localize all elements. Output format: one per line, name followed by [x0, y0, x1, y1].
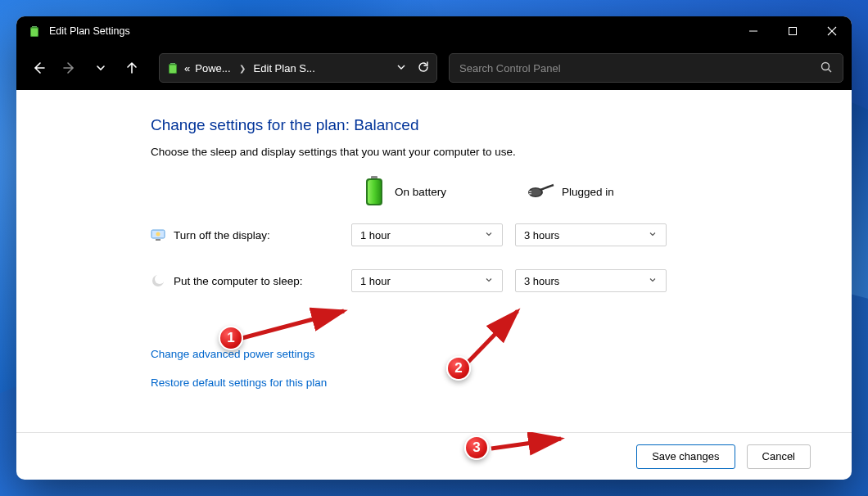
display-row: Turn off the display: 1 hour 3 hours — [151, 223, 852, 246]
svg-rect-9 — [170, 65, 176, 74]
svg-point-23 — [155, 274, 165, 284]
cancel-button[interactable]: Cancel — [747, 444, 811, 469]
annotation-badge-2: 2 — [446, 356, 471, 381]
sleep-plugged-dropdown[interactable]: 3 hours — [515, 269, 667, 292]
search-icon[interactable] — [820, 61, 833, 76]
maximize-button[interactable] — [773, 16, 812, 46]
svg-point-16 — [530, 189, 541, 196]
content-area: Change settings for the plan: Balanced C… — [16, 90, 852, 432]
moon-icon — [151, 273, 165, 288]
forward-button[interactable] — [56, 54, 84, 82]
save-button[interactable]: Save changes — [636, 444, 735, 469]
page-subtitle: Choose the sleep and display settings th… — [151, 146, 852, 158]
chevron-down-icon — [484, 229, 494, 241]
display-battery-dropdown[interactable]: 1 hour — [351, 223, 503, 246]
on-battery-label: On battery — [395, 186, 446, 198]
page-title: Change settings for the plan: Balanced — [151, 116, 852, 134]
footer: Save changes Cancel — [16, 432, 852, 480]
annotation-badge-1: 1 — [219, 326, 243, 350]
sleep-label: Put the computer to sleep: — [174, 275, 303, 287]
chevron-down-icon — [648, 275, 658, 287]
back-button[interactable] — [25, 54, 52, 82]
svg-point-20 — [156, 232, 160, 237]
sleep-row: Put the computer to sleep: 1 hour 3 hour… — [151, 269, 852, 292]
plugged-in-header: Plugged in — [527, 183, 691, 200]
on-battery-header: On battery — [364, 176, 527, 207]
sleep-battery-dropdown[interactable]: 1 hour — [351, 269, 503, 292]
breadcrumb-prefix: « — [184, 62, 190, 74]
display-label: Turn off the display: — [174, 229, 270, 241]
svg-rect-14 — [368, 180, 381, 204]
dropdown-value: 1 hour — [360, 275, 391, 287]
chevron-down-icon[interactable] — [396, 61, 407, 75]
recent-dropdown-button[interactable] — [87, 54, 115, 82]
dropdown-value: 3 hours — [524, 275, 559, 287]
chevron-right-icon: ❯ — [239, 64, 246, 73]
column-headers: On battery Plugged in — [151, 176, 852, 207]
dropdown-value: 1 hour — [360, 229, 391, 241]
svg-line-11 — [829, 69, 832, 72]
annotation-badge-3: 3 — [464, 435, 489, 460]
minimize-button[interactable] — [734, 16, 773, 46]
svg-rect-17 — [529, 191, 531, 192]
restore-defaults-link[interactable]: Restore default settings for this plan — [151, 377, 852, 389]
display-plugged-dropdown[interactable]: 3 hours — [515, 223, 667, 246]
window-title: Edit Plan Settings — [49, 25, 130, 37]
battery-icon — [28, 25, 41, 38]
battery-icon — [364, 176, 385, 207]
address-bar[interactable]: « Powe... ❯ Edit Plan S... — [159, 53, 437, 83]
search-bar[interactable] — [449, 53, 843, 83]
svg-rect-18 — [529, 193, 531, 195]
refresh-icon[interactable] — [417, 61, 430, 76]
plugged-in-label: Plugged in — [562, 186, 614, 198]
display-icon — [151, 228, 165, 242]
breadcrumb-item[interactable]: Powe... — [195, 62, 230, 74]
svg-point-10 — [822, 62, 830, 70]
advanced-settings-link[interactable]: Change advanced power settings — [151, 348, 852, 360]
titlebar: Edit Plan Settings — [16, 16, 852, 46]
svg-rect-21 — [156, 239, 160, 241]
svg-rect-4 — [789, 28, 797, 35]
search-input[interactable] — [459, 62, 820, 74]
chevron-down-icon — [484, 275, 494, 287]
battery-icon — [166, 61, 179, 74]
svg-rect-2 — [31, 29, 38, 37]
plug-icon — [527, 183, 552, 200]
breadcrumb-item[interactable]: Edit Plan S... — [254, 62, 315, 74]
toolbar: « Powe... ❯ Edit Plan S... — [16, 46, 852, 90]
dropdown-value: 3 hours — [524, 229, 559, 241]
window: Edit Plan Settings — [16, 16, 852, 480]
close-button[interactable] — [812, 16, 852, 46]
up-button[interactable] — [118, 54, 146, 82]
chevron-down-icon — [648, 229, 658, 241]
